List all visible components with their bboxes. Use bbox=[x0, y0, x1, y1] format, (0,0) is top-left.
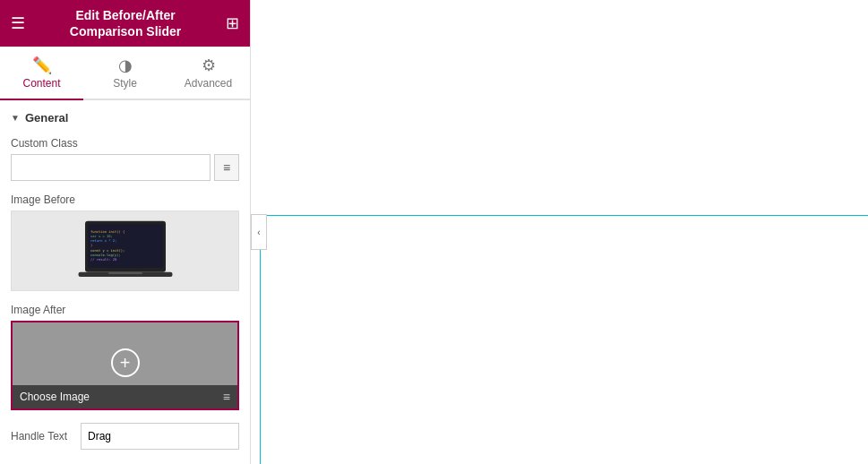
svg-rect-10 bbox=[108, 272, 142, 274]
svg-text:var x = 10;: var x = 10; bbox=[90, 235, 113, 238]
section-chevron: ▼ bbox=[11, 113, 20, 123]
add-image-icon: + bbox=[111, 348, 140, 377]
handle-text-label: Handle Text bbox=[11, 430, 73, 443]
choose-image-bar: Choose Image ≡ bbox=[13, 385, 237, 408]
canvas-border bbox=[260, 215, 868, 464]
panel-content: ▼ General Custom Class ≡ Image Before bbox=[0, 100, 250, 464]
panel-title: Edit Before/After Comparison Slider bbox=[25, 7, 226, 39]
svg-text:}: } bbox=[90, 244, 92, 247]
style-tab-icon: ◑ bbox=[118, 56, 133, 75]
svg-text:const y = init();: const y = init(); bbox=[90, 248, 125, 252]
laptop-image: function init() { var x = 10; return x *… bbox=[72, 218, 179, 285]
handle-text-row: Handle Text bbox=[11, 423, 239, 450]
panel-collapse-toggle[interactable]: ‹ bbox=[251, 214, 267, 250]
tab-advanced[interactable]: ⚙ Advanced bbox=[167, 47, 250, 100]
content-tab-label: Content bbox=[22, 77, 60, 90]
custom-class-row: Custom Class ≡ bbox=[11, 137, 239, 181]
svg-text:function init() {: function init() { bbox=[90, 229, 125, 233]
custom-class-input[interactable] bbox=[11, 154, 211, 181]
custom-class-label: Custom Class bbox=[11, 137, 239, 150]
image-before-label: Image Before bbox=[11, 193, 239, 206]
custom-class-list-btn[interactable]: ≡ bbox=[214, 154, 239, 181]
svg-text:return x * 2;: return x * 2; bbox=[90, 239, 116, 243]
section-general: ▼ General bbox=[11, 111, 239, 125]
advanced-tab-icon: ⚙ bbox=[202, 56, 216, 75]
handle-text-input[interactable] bbox=[81, 423, 239, 450]
section-label: General bbox=[25, 111, 68, 125]
custom-class-input-row: ≡ bbox=[11, 154, 239, 181]
panel-header: ☰ Edit Before/After Comparison Slider ⊞ bbox=[0, 0, 250, 47]
image-before-container[interactable]: function init() { var x = 10; return x *… bbox=[11, 211, 239, 291]
menu-icon[interactable]: ☰ bbox=[11, 13, 25, 33]
content-tab-icon: ✏️ bbox=[32, 56, 52, 75]
tab-content[interactable]: ✏️ Content bbox=[0, 47, 83, 100]
image-before-row: Image Before function init() { var x = 1… bbox=[11, 193, 239, 291]
choose-image-list-icon[interactable]: ≡ bbox=[223, 390, 230, 404]
grid-icon[interactable]: ⊞ bbox=[226, 13, 239, 33]
right-canvas-area: ‹ bbox=[251, 0, 868, 464]
style-tab-label: Style bbox=[113, 77, 137, 90]
tab-bar: ✏️ Content ◑ Style ⚙ Advanced bbox=[0, 47, 250, 100]
advanced-tab-label: Advanced bbox=[185, 77, 232, 90]
left-panel: ☰ Edit Before/After Comparison Slider ⊞ … bbox=[0, 0, 251, 464]
svg-text:// result: 20: // result: 20 bbox=[90, 258, 117, 262]
choose-image-label[interactable]: Choose Image bbox=[20, 391, 90, 403]
image-after-container[interactable]: + Choose Image ≡ bbox=[11, 321, 239, 410]
image-after-row: Image After + Choose Image ≡ bbox=[11, 304, 239, 410]
tab-style[interactable]: ◑ Style bbox=[83, 47, 167, 100]
image-after-label: Image After bbox=[11, 304, 239, 316]
svg-text:console.log(y);: console.log(y); bbox=[90, 253, 121, 257]
